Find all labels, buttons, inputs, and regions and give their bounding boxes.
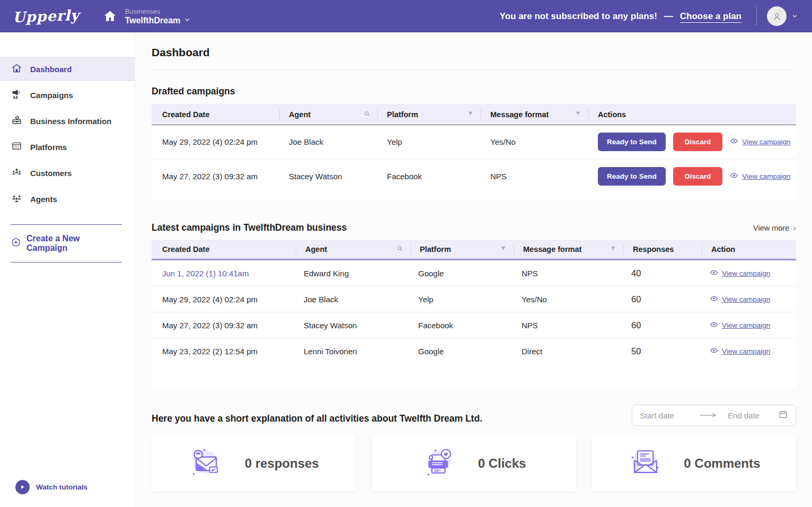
column-agent: Agent bbox=[305, 245, 327, 254]
sidebar-item-agents[interactable]: Agents bbox=[0, 187, 135, 211]
sidebar-item-label: Business Information bbox=[30, 117, 111, 126]
sidebar-item-platforms[interactable]: Platforms bbox=[0, 135, 135, 159]
ready-to-send-button[interactable]: Ready to Send bbox=[598, 133, 666, 151]
table-row: May 27, 2022 (3) 09:32 am Stacey Watson … bbox=[152, 159, 796, 193]
view-campaign-link[interactable]: View campaign bbox=[710, 346, 796, 356]
platform-cell: Facebook bbox=[410, 321, 514, 330]
business-switcher[interactable]: Businesses TwelfthDream bbox=[125, 7, 191, 25]
column-message-format: Message format bbox=[523, 245, 581, 254]
browser-window-icon bbox=[11, 141, 22, 153]
sidebar-item-campaigns[interactable]: Campaigns bbox=[0, 83, 135, 107]
view-campaign-link[interactable]: View campaign bbox=[710, 320, 796, 330]
eye-icon bbox=[730, 171, 738, 181]
avatar-caret-down-icon[interactable] bbox=[791, 13, 798, 20]
responses-cell: 50 bbox=[623, 346, 702, 356]
platform-cell: Google bbox=[410, 347, 514, 356]
responses-count-label: 0 responses bbox=[245, 456, 319, 471]
notice-separator: — bbox=[664, 11, 673, 22]
choose-plan-link[interactable]: Choose a plan bbox=[680, 11, 742, 22]
search-icon[interactable] bbox=[396, 245, 403, 254]
format-cell: Direct bbox=[514, 347, 623, 356]
plus-circle-icon bbox=[11, 237, 21, 250]
platform-cell: Yelp bbox=[410, 295, 514, 304]
page-title: Dashboard bbox=[152, 46, 796, 70]
watch-tutorials-button[interactable]: Watch tutorials bbox=[15, 480, 87, 494]
customers-people-icon bbox=[11, 167, 22, 179]
view-more-link[interactable]: View more › bbox=[753, 223, 796, 233]
ready-to-send-button[interactable]: Ready to Send bbox=[598, 167, 666, 186]
comments-letter-icon bbox=[628, 444, 664, 483]
agent-cell: Joe Black bbox=[279, 137, 377, 146]
drafted-campaigns-table: Created Date Agent Platform Message form… bbox=[152, 104, 796, 200]
sidebar-item-label: Agents bbox=[30, 195, 57, 204]
eye-icon bbox=[710, 268, 718, 278]
main-content: Dashboard Drafted campaigns Created Date… bbox=[135, 32, 812, 507]
column-action: Action bbox=[711, 245, 735, 254]
table-row: May 23, 2022 (2) 12:54 pm Lenni Toivonen… bbox=[152, 338, 796, 364]
sidebar-item-label: Dashboard bbox=[30, 65, 72, 74]
start-date-field[interactable]: Start date bbox=[640, 411, 693, 420]
avatar[interactable] bbox=[767, 6, 787, 26]
table-row: May 27, 2022 (3) 09:32 am Stacey Watson … bbox=[152, 312, 796, 338]
view-campaign-link[interactable]: View campaign bbox=[730, 137, 790, 147]
platform-cell: Yelp bbox=[377, 137, 481, 146]
view-campaign-link[interactable]: View campaign bbox=[730, 171, 790, 181]
eye-icon bbox=[730, 137, 738, 147]
column-responses: Responses bbox=[633, 245, 674, 254]
filter-icon[interactable] bbox=[467, 110, 474, 119]
platform-cell: Facebook bbox=[377, 172, 481, 181]
table-header: Created Date Agent Platform Message form… bbox=[152, 240, 796, 260]
column-created-date: Created Date bbox=[162, 110, 209, 119]
arrow-right-icon bbox=[693, 413, 723, 418]
table-header: Created Date Agent Platform Message form… bbox=[152, 104, 796, 125]
megaphone-icon bbox=[11, 89, 22, 101]
created-date-cell: May 29, 2022 (4) 02:24 pm bbox=[152, 137, 279, 146]
view-campaign-link[interactable]: View campaign bbox=[710, 268, 796, 278]
agent-cell: Joe Black bbox=[296, 295, 410, 304]
app-logo: Upperly bbox=[12, 7, 80, 25]
chevron-down-icon[interactable] bbox=[184, 16, 191, 25]
sidebar-item-label: Customers bbox=[30, 169, 72, 178]
format-cell: NPS bbox=[481, 172, 588, 181]
column-agent: Agent bbox=[289, 110, 311, 119]
table-row: Jun 1, 2022 (1) 10:41am Edward King Goog… bbox=[152, 260, 796, 286]
responses-cell: 60 bbox=[623, 294, 702, 304]
filter-icon[interactable] bbox=[610, 245, 616, 254]
activities-heading: Here you have a short explanation of all… bbox=[152, 413, 482, 426]
filter-icon[interactable] bbox=[500, 245, 507, 254]
watch-tutorials-label: Watch tutorials bbox=[36, 483, 87, 491]
end-date-field[interactable]: End date bbox=[723, 411, 778, 420]
view-campaign-link[interactable]: View campaign bbox=[710, 294, 796, 304]
latest-campaigns-title: Latest campaigns in TwelfthDream busines… bbox=[152, 222, 347, 233]
format-cell: NPS bbox=[514, 321, 623, 330]
eye-icon bbox=[710, 320, 718, 330]
search-icon[interactable] bbox=[364, 110, 370, 119]
business-name: TwelfthDream bbox=[125, 16, 181, 25]
business-name-bold: TwelfthDream business bbox=[243, 222, 347, 233]
created-date-cell: May 27, 2022 (3) 09:32 am bbox=[152, 172, 279, 181]
create-new-campaign-button[interactable]: Create a New Campaign bbox=[11, 224, 122, 263]
eye-icon bbox=[710, 346, 718, 356]
sidebar-item-customers[interactable]: Customers bbox=[0, 161, 135, 185]
agent-cell: Stacey Watson bbox=[279, 172, 377, 181]
created-date-cell: Jun 1, 2022 (1) 10:41am bbox=[152, 269, 296, 278]
play-icon bbox=[15, 480, 30, 494]
sidebar-item-dashboard[interactable]: Dashboard bbox=[0, 57, 135, 81]
filter-icon[interactable] bbox=[575, 110, 581, 119]
latest-campaigns-table: Created Date Agent Platform Message form… bbox=[152, 240, 796, 389]
home-icon[interactable] bbox=[103, 9, 117, 23]
navbar-divider bbox=[756, 7, 757, 26]
discard-button[interactable]: Discard bbox=[673, 133, 723, 151]
business-name-bold: Twelfth Dream Ltd. bbox=[400, 413, 482, 424]
date-range-picker[interactable]: Start date End date bbox=[632, 405, 796, 426]
sidebar-item-label: Campaigns bbox=[30, 91, 73, 100]
create-campaign-label: Create a New Campaign bbox=[27, 234, 122, 253]
discard-button[interactable]: Discard bbox=[673, 167, 723, 186]
column-message-format: Message format bbox=[490, 110, 549, 119]
dashboard-home-icon bbox=[11, 63, 22, 75]
created-date-cell: May 29, 2022 (4) 02:24 pm bbox=[152, 295, 296, 304]
subscription-notice: You are not subscribed to any plans! bbox=[500, 11, 657, 22]
calendar-icon[interactable] bbox=[778, 409, 788, 421]
sidebar-item-business-information[interactable]: Business Information bbox=[0, 109, 135, 133]
platform-cell: Google bbox=[410, 269, 514, 278]
